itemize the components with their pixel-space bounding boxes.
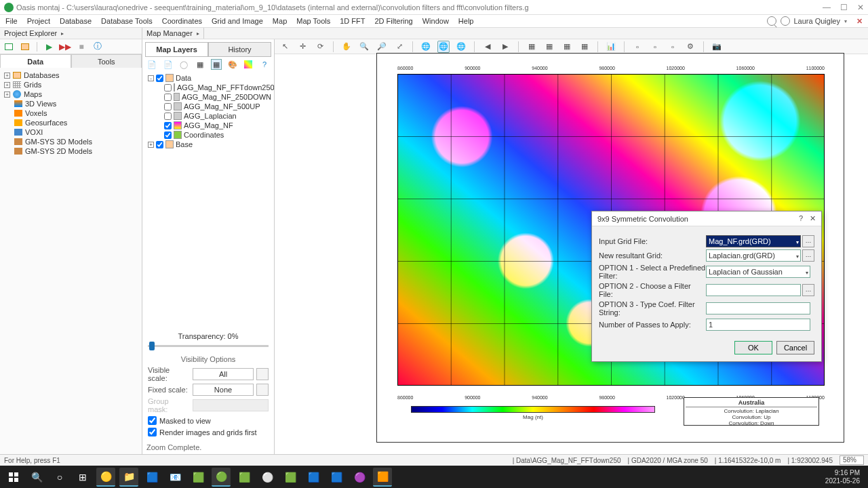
search-icon[interactable]	[767, 16, 776, 26]
menu-grid-image[interactable]: Grid and Image	[212, 17, 263, 25]
chrome-icon[interactable]: 🟡	[96, 468, 115, 487]
panel-close-button[interactable]: ✕	[856, 17, 863, 26]
opt2-browse-button[interactable]: …	[802, 284, 814, 296]
tree-gmsys-2d[interactable]: GM-SYS 2D Models	[4, 146, 138, 156]
tree-3dviews[interactable]: 3D Views	[4, 99, 138, 108]
menu-database-tools[interactable]: Database Tools	[101, 17, 153, 25]
masked-to-view-checkbox[interactable]	[148, 416, 157, 425]
user-icon[interactable]	[781, 16, 790, 26]
map-view[interactable]: ↖ ✛ ⟳ ✋ 🔍 🔎 ⤢ 🌐 🌐 🌐 ◀ ▶ ▦ ▦ ▦ ▦ 📊 ▫ ▫	[275, 39, 868, 454]
open-folder-icon[interactable]	[20, 42, 30, 52]
visible-scale-button[interactable]	[256, 368, 269, 380]
visible-scale-select[interactable]: All	[193, 368, 254, 380]
tree-geosurfaces[interactable]: Geosurfaces	[4, 118, 138, 127]
tool1-icon[interactable]: ▫	[631, 41, 644, 53]
app-icon-2[interactable]: 🟩	[235, 468, 254, 487]
menu-window[interactable]: Window	[422, 17, 449, 25]
app-icon-4[interactable]: 🟦	[327, 468, 346, 487]
edge-icon[interactable]: 🟦	[142, 468, 161, 487]
project-explorer-pin-icon[interactable]: ▸	[61, 30, 64, 37]
window-minimize-button[interactable]: —	[823, 3, 831, 12]
layer-color-icon[interactable]: 🎨	[227, 59, 238, 70]
cortana-icon[interactable]: ○	[50, 468, 69, 487]
layer-root-data[interactable]: -Data	[145, 73, 271, 83]
window-arrange-icon[interactable]: ▦	[578, 41, 591, 53]
outlook-icon[interactable]: 📧	[165, 468, 184, 487]
app-icon-3[interactable]: ⚪	[258, 468, 277, 487]
dialog-help-icon[interactable]: ?	[799, 214, 803, 223]
system-clock[interactable]: 9:16 PM 2021-05-26	[825, 469, 864, 485]
window-tile2-icon[interactable]: ▦	[543, 41, 555, 53]
fixed-scale-select[interactable]: None	[193, 384, 254, 396]
oasis-icon[interactable]: 🟢	[212, 468, 231, 487]
window-tile-icon[interactable]: ▦	[526, 41, 538, 53]
zoom-select[interactable]: 58%	[840, 455, 864, 465]
taskview-icon[interactable]: ⊞	[73, 468, 92, 487]
layer-swatch-icon[interactable]	[243, 59, 254, 70]
opt2-field[interactable]	[706, 284, 801, 296]
result-grid-field[interactable]: Laplacian.grd(GRD)▾	[706, 249, 801, 262]
layer-item[interactable]: AGG_Mag_NF_500UP	[145, 102, 271, 111]
layer-base[interactable]: +Base	[145, 140, 271, 149]
layer-add-icon[interactable]: 📄	[146, 59, 157, 70]
zoom-extent-icon[interactable]: ⤢	[393, 41, 406, 53]
menu-database[interactable]: Database	[60, 17, 92, 25]
pan-icon[interactable]: ✋	[340, 41, 353, 53]
app-icon-1[interactable]: 🟩	[189, 468, 208, 487]
map-manager-pin-icon[interactable]: ▸	[197, 30, 199, 37]
prev-icon[interactable]: ◀	[481, 41, 494, 53]
layer-remove-icon[interactable]: 📄	[163, 59, 174, 70]
zoom-in-icon[interactable]: 🔍	[358, 41, 370, 53]
tool2-icon[interactable]: ▫	[649, 41, 661, 53]
refresh-icon[interactable]: ⟳	[314, 41, 326, 53]
excel-icon[interactable]: 🟩	[281, 468, 300, 487]
layer-help-icon[interactable]: ?	[259, 59, 270, 70]
tree-databases[interactable]: +Databases	[4, 70, 138, 80]
tab-history[interactable]: History	[208, 42, 271, 57]
window-maximize-button[interactable]: ☐	[840, 3, 848, 12]
camera-icon[interactable]: 📷	[711, 41, 723, 53]
gear-icon[interactable]: ⚙	[684, 41, 696, 53]
opt3-field[interactable]	[706, 302, 810, 314]
tab-map-layers[interactable]: Map Layers	[145, 42, 208, 57]
cancel-button[interactable]: Cancel	[776, 341, 814, 354]
transparency-slider[interactable]	[148, 340, 269, 351]
tree-voxels[interactable]: Voxels	[4, 108, 138, 118]
menu-1d-fft[interactable]: 1D FFT	[340, 17, 365, 25]
menu-file[interactable]: File	[5, 17, 18, 25]
tree-voxi[interactable]: VOXI	[4, 127, 138, 137]
new-project-icon[interactable]	[4, 42, 14, 52]
tab-tools[interactable]: Tools	[71, 54, 142, 68]
stop-icon[interactable]: ■	[77, 42, 86, 52]
menu-2d-filtering[interactable]: 2D Filtering	[374, 17, 412, 25]
menu-coordinates[interactable]: Coordinates	[162, 17, 202, 25]
run-icon[interactable]: ▶	[44, 42, 54, 52]
tree-gmsys-3d[interactable]: GM-SYS 3D Models	[4, 137, 138, 146]
pointer-icon[interactable]: ↖	[279, 41, 291, 53]
user-dropdown-icon[interactable]: ▾	[844, 18, 847, 24]
window-close-button[interactable]: ✕	[857, 3, 864, 12]
layer-item[interactable]: Coordinates	[145, 130, 271, 140]
layer-item[interactable]: AGG_Laplacian	[145, 111, 271, 121]
globe-icon[interactable]: 🌐	[420, 41, 432, 53]
ok-button[interactable]: OK	[734, 341, 772, 354]
input-grid-field[interactable]: Mag_NF.grd(GRD)▾	[706, 235, 801, 247]
tree-grids[interactable]: +Grids	[4, 80, 138, 89]
taskbar-search-icon[interactable]: 🔍	[27, 468, 46, 487]
opt1-field[interactable]: Laplacian of Gaussian▾	[706, 266, 810, 278]
passes-field[interactable]: 1	[706, 319, 810, 331]
window-cascade-icon[interactable]: ▦	[561, 41, 573, 53]
run-all-icon[interactable]: ▶▶	[60, 42, 70, 52]
dialog-close-icon[interactable]: ✕	[810, 214, 816, 223]
explorer-icon[interactable]: 📁	[119, 468, 138, 487]
tab-data[interactable]: Data	[0, 54, 71, 68]
fixed-scale-button[interactable]	[256, 384, 269, 396]
menu-project[interactable]: Project	[27, 17, 50, 25]
layer-select-icon[interactable]: ▦	[195, 59, 205, 70]
next-icon[interactable]: ▶	[499, 41, 511, 53]
crosshair-icon[interactable]: ✛	[296, 41, 309, 53]
teams-icon[interactable]: 🟣	[350, 468, 369, 487]
layer-select2-icon[interactable]: ▦	[211, 59, 222, 70]
recorder-icon[interactable]: 🟧	[373, 468, 392, 487]
layer-item[interactable]: AGG_Mag_NF_250DOWN	[145, 92, 271, 102]
